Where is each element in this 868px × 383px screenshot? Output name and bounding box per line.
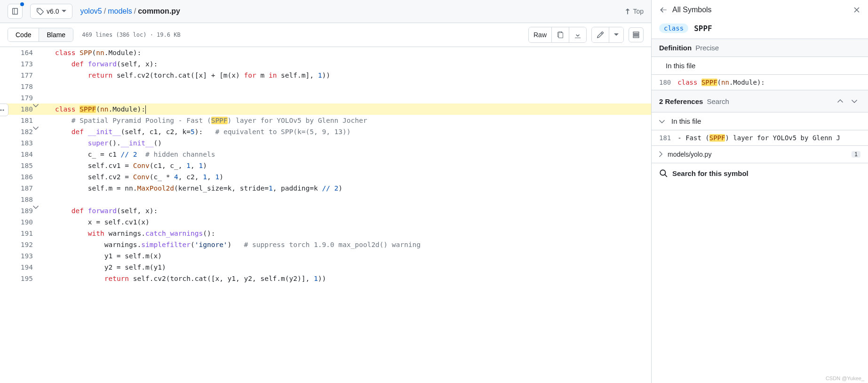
code-content: class SPP(nn.Module):	[39, 47, 651, 58]
reference-code-line[interactable]: 181 - Fast (SPPF) layer for YOLOv5 by Gl…	[652, 130, 868, 146]
code-line[interactable]: 185 self.cv1 = Conv(c1, c_, 1, 1)	[0, 160, 651, 171]
code-line[interactable]: 179	[0, 92, 651, 104]
code-line[interactable]: 191 with warnings.catch_warnings():	[0, 228, 651, 239]
code-line[interactable]: 178	[0, 81, 651, 92]
reference-file-row[interactable]: models/yolo.py 1	[652, 146, 868, 163]
breadcrumb-repo[interactable]: yolov5	[80, 7, 102, 16]
line-number[interactable]: 193	[0, 250, 33, 262]
breadcrumb-file: common.py	[138, 7, 180, 16]
definition-in-this-file[interactable]: In this file	[652, 57, 868, 75]
fold-toggle	[33, 47, 39, 58]
chevron-right-icon	[659, 152, 663, 157]
fold-toggle	[33, 250, 39, 262]
line-number[interactable]: 177	[0, 70, 33, 81]
breadcrumb-folder[interactable]: models	[108, 7, 132, 16]
download-button[interactable]	[569, 27, 586, 42]
side-panel-toggle-button[interactable]	[8, 4, 23, 19]
line-number[interactable]: 173	[0, 58, 33, 70]
code-view[interactable]: 164 class SPP(nn.Module):173 def forward…	[0, 47, 651, 383]
fold-toggle	[33, 194, 39, 205]
line-number[interactable]: 191	[0, 228, 33, 239]
code-content	[39, 92, 651, 104]
copy-icon	[557, 31, 564, 39]
scroll-to-top-link[interactable]: Top	[624, 8, 644, 15]
code-content: return self.cv2(torch.cat([x, y1, y2, se…	[39, 273, 651, 284]
fold-toggle[interactable]	[33, 126, 39, 137]
code-content: def forward(self, x):	[39, 205, 651, 216]
line-number[interactable]: 185	[0, 160, 33, 171]
tab-code[interactable]: Code	[8, 28, 39, 41]
fold-toggle	[33, 239, 39, 250]
more-actions-button[interactable]	[609, 27, 623, 42]
line-number[interactable]: 194	[0, 262, 33, 273]
fold-toggle	[33, 115, 39, 126]
line-number[interactable]: 186	[0, 171, 33, 183]
line-number[interactable]: 178	[0, 81, 33, 92]
line-number[interactable]: 180	[0, 104, 33, 115]
code-line[interactable]: 177 return self.cv2(torch.cat([x] + [m(x…	[0, 70, 651, 81]
code-content: x = self.cv1(x)	[39, 216, 651, 228]
line-number[interactable]: 188	[0, 194, 33, 205]
code-line[interactable]: 186 self.cv2 = Conv(c_ * 4, c2, 1, 1)	[0, 171, 651, 183]
definition-section-header: Definition Precise	[652, 39, 868, 57]
close-panel-button[interactable]	[853, 6, 860, 14]
back-button[interactable]	[659, 6, 668, 14]
code-line[interactable]: 164 class SPP(nn.Module):	[0, 47, 651, 58]
line-more-button[interactable]	[0, 104, 8, 116]
code-content: class SPPF(nn.Module):	[39, 104, 651, 115]
refs-next-button[interactable]	[848, 95, 860, 107]
edit-button[interactable]	[592, 27, 609, 42]
notification-dot-icon	[20, 2, 24, 6]
file-lines-info: 469 lines (386 loc) · 19.6 KB	[82, 32, 181, 38]
raw-button[interactable]: Raw	[529, 27, 552, 42]
line-number[interactable]: 179	[0, 92, 33, 104]
arrow-left-icon	[659, 6, 668, 14]
chevron-down-icon	[614, 33, 619, 36]
line-number[interactable]: 190	[0, 216, 33, 228]
branch-tag-selector[interactable]: v6.0	[30, 4, 72, 19]
line-number[interactable]: 181	[0, 115, 33, 126]
symbols-side-panel: All Symbols class SPPF Definition Precis…	[652, 0, 868, 383]
file-header-bar: v6.0 yolov5 / models / common.py Top	[0, 0, 651, 23]
symbols-panel-button[interactable]	[629, 27, 644, 42]
code-line[interactable]: 194 y2 = self.m(y1)	[0, 262, 651, 273]
line-number[interactable]: 182	[0, 126, 33, 137]
code-line[interactable]: 183 super().__init__()	[0, 137, 651, 149]
tab-blame[interactable]: Blame	[39, 28, 73, 41]
line-number[interactable]: 184	[0, 149, 33, 160]
fold-toggle[interactable]	[33, 104, 39, 115]
close-icon	[853, 6, 860, 14]
code-line[interactable]: 190 x = self.cv1(x)	[0, 216, 651, 228]
code-line[interactable]: 188	[0, 194, 651, 205]
fold-toggle	[33, 171, 39, 183]
line-number[interactable]: 187	[0, 183, 33, 194]
chevron-up-icon	[837, 99, 843, 103]
line-number[interactable]: 192	[0, 239, 33, 250]
symbol-name: SPPF	[694, 24, 712, 33]
code-content	[39, 194, 651, 205]
search-for-symbol[interactable]: Search for this symbol	[652, 163, 868, 183]
line-number[interactable]: 189	[0, 205, 33, 216]
side-panel-title[interactable]: All Symbols	[672, 6, 848, 14]
code-line[interactable]: 189 def forward(self, x):	[0, 205, 651, 216]
code-content: def forward(self, x):	[39, 58, 651, 70]
code-line[interactable]: 173 def forward(self, x):	[0, 58, 651, 70]
code-line[interactable]: 182 def __init__(self, c1, c2, k=5): # e…	[0, 126, 651, 137]
code-line[interactable]: 195 return self.cv2(torch.cat([x, y1, y2…	[0, 273, 651, 284]
copy-button[interactable]	[552, 27, 569, 42]
code-line[interactable]: 187 self.m = nn.MaxPool2d(kernel_size=k,…	[0, 183, 651, 194]
line-number[interactable]: 183	[0, 137, 33, 149]
code-line[interactable]: 184 c_ = c1 // 2 # hidden channels	[0, 149, 651, 160]
references-in-this-file[interactable]: In this file	[652, 112, 868, 130]
definition-code-line[interactable]: 180 class SPPF(nn.Module):	[652, 75, 868, 90]
code-line[interactable]: 193 y1 = self.m(x)	[0, 250, 651, 262]
code-line[interactable]: 192 warnings.simplefilter('ignore') # su…	[0, 239, 651, 250]
breadcrumb: yolov5 / models / common.py	[80, 7, 180, 16]
download-icon	[574, 31, 581, 39]
fold-toggle[interactable]	[33, 205, 39, 216]
line-number[interactable]: 195	[0, 273, 33, 284]
refs-prev-button[interactable]	[834, 95, 846, 107]
code-line[interactable]: 180 class SPPF(nn.Module):	[0, 104, 651, 115]
code-line[interactable]: 181 # Spatial Pyramid Pooling - Fast (SP…	[0, 115, 651, 126]
line-number[interactable]: 164	[0, 47, 33, 58]
